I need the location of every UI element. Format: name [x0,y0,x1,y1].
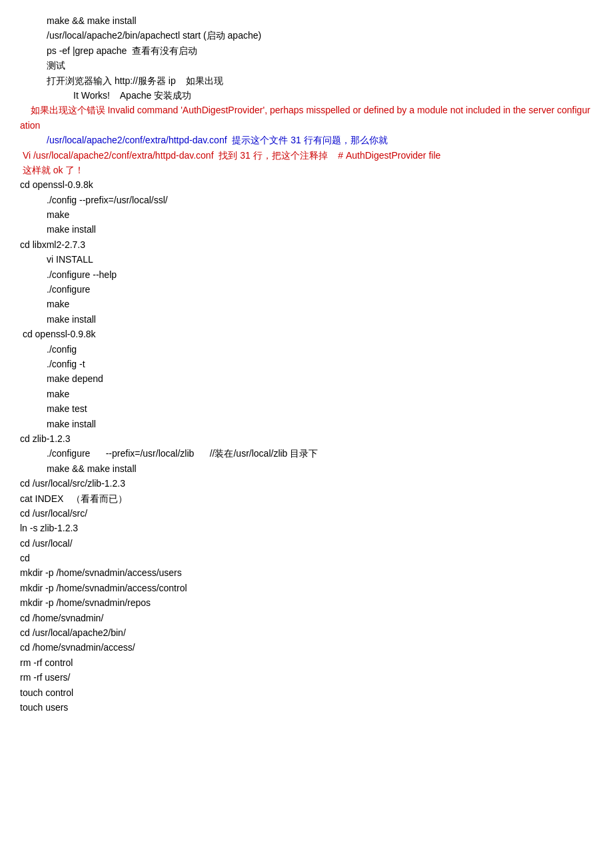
line-l29: ./configure --prefix=/usr/local/zlib //装… [20,446,593,461]
line-l8: /usr/local/apache2/conf/extra/httpd-dav.… [20,133,593,147]
line-l42: cd /home/svnadmin/access/ [20,640,593,655]
line-l45: touch control [20,685,593,700]
line-l2: /usr/local/apache2/bin/apachectl start (… [20,28,593,43]
line-l40: cd /home/svnadmin/ [20,611,593,625]
line-l26: make test [20,401,593,416]
line-l38: mkdir -p /home/svnadmin/access/control [20,581,593,595]
line-l35: cd /usr/local/ [20,536,593,551]
lines-container: make && make install/usr/local/apache2/b… [20,13,593,715]
line-l6: It Works! Apache 安装成功 [20,88,593,103]
line-l4: 测试 [20,58,593,73]
line-l9: Vi /usr/local/apache2/conf/extra/httpd-d… [20,148,593,163]
line-l10: 这样就 ok 了！ [20,163,593,177]
line-l16: vi INSTALL [20,252,593,267]
line-l39: mkdir -p /home/svnadmin/repos [20,595,593,610]
line-l22: ./config [20,342,593,357]
line-l37: mkdir -p /home/svnadmin/access/users [20,565,593,580]
line-l5: 打开浏览器输入 http://服务器 ip 如果出现 [20,73,593,88]
line-l33: cd /usr/local/src/ [20,506,593,521]
line-l13: make [20,207,593,222]
line-l19: make [20,297,593,311]
line-l31: cd /usr/local/src/zlib-1.2.3 [20,476,593,491]
line-l44: rm -rf users/ [20,670,593,685]
line-l27: make install [20,417,593,431]
line-l3: ps -ef |grep apache 查看有没有启动 [20,43,593,58]
line-l30: make && make install [20,461,593,476]
line-l25: make [20,387,593,401]
line-l18: ./configure [20,282,593,297]
line-l1: make && make install [20,13,593,28]
line-l24: make depend [20,371,593,386]
line-l12: ./config --prefix=/usr/local/ssl/ [20,193,593,207]
line-l41: cd /usr/local/apache2/bin/ [20,625,593,640]
line-l46: touch users [20,700,593,715]
line-l36: cd [20,551,593,565]
line-l28: cd zlib-1.2.3 [20,431,593,446]
line-l21: cd openssl-0.9.8k [20,327,593,341]
line-l34: ln -s zlib-1.2.3 [20,521,593,535]
line-l23: ./config -t [20,357,593,371]
line-l20: make install [20,312,593,327]
line-l15: cd libxml2-2.7.3 [20,237,593,252]
line-l43: rm -rf control [20,655,593,670]
line-l17: ./configure --help [20,267,593,282]
line-l7: 如果出现这个错误 Invalid command 'AuthDigestProv… [20,103,593,133]
line-l11: cd openssl-0.9.8k [20,177,593,192]
line-l14: make install [20,222,593,237]
content-area: make && make install/usr/local/apache2/b… [20,13,593,715]
line-l32: cat INDEX （看看而已） [20,491,593,506]
